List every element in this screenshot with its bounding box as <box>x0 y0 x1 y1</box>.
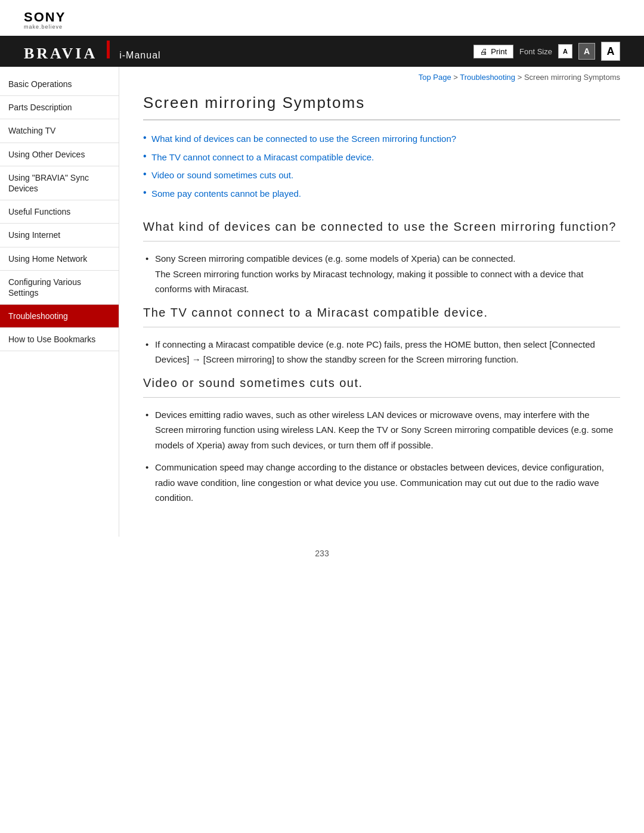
page-footer: 233 <box>0 537 644 570</box>
top-bar: SONY make.believe <box>0 0 644 36</box>
sidebar-item-useful-functions[interactable]: Useful Functions <box>0 200 119 224</box>
font-small-button[interactable]: A <box>558 44 572 58</box>
breadcrumb-current: Screen mirroring Symptoms <box>524 73 620 82</box>
bravia-imanual: i-Manual <box>119 50 160 61</box>
page-number: 233 <box>315 549 329 558</box>
list-item: The TV cannot connect to a Miracast comp… <box>143 151 620 165</box>
sidebar-item-home-network[interactable]: Using Home Network <box>0 247 119 271</box>
list-item: Some pay contents cannot be played. <box>143 187 620 201</box>
print-button[interactable]: 🖨 Print <box>473 45 513 58</box>
breadcrumb-top-page[interactable]: Top Page <box>419 73 451 82</box>
section3-bullet2: Communication speed may change according… <box>143 460 620 506</box>
main-layout: Basic Operations Parts Description Watch… <box>0 67 644 537</box>
sidebar-item-watching-tv[interactable]: Watching TV <box>0 119 119 143</box>
link-pay-contents[interactable]: Some pay contents cannot be played. <box>151 188 301 199</box>
bravia-controls: 🖨 Print Font Size A A A <box>473 42 620 61</box>
link-video-sound[interactable]: Video or sound sometimes cuts out. <box>151 170 293 180</box>
section2-bullet1: If connecting a Miracast compatible devi… <box>143 337 620 367</box>
font-medium-button[interactable]: A <box>578 43 595 60</box>
page-title: Screen mirroring Symptoms <box>143 94 620 120</box>
section2-heading: The TV cannot connect to a Miracast comp… <box>143 304 620 327</box>
breadcrumb-sep2: > <box>518 73 524 82</box>
list-item: What kind of devices can be connected to… <box>143 132 620 146</box>
bravia-red-bar <box>107 41 110 58</box>
sidebar-item-bravia-sync[interactable]: Using "BRAVIA" Sync Devices <box>0 166 119 200</box>
section3-bullet1: Devices emitting radio waves, such as ot… <box>143 407 620 453</box>
link-tv-cannot-connect[interactable]: The TV cannot connect to a Miracast comp… <box>151 152 374 162</box>
list-item: Video or sound sometimes cuts out. <box>143 169 620 182</box>
breadcrumb-troubleshooting[interactable]: Troubleshooting <box>460 73 515 82</box>
sidebar-item-parts-description[interactable]: Parts Description <box>0 96 119 119</box>
content-area: Top Page > Troubleshooting > Screen mirr… <box>119 67 644 537</box>
section1-bullet1: Sony Screen mirroring compatible devices… <box>143 251 620 297</box>
bravia-title: BRAVIA i-Manual <box>24 41 161 63</box>
sidebar-item-using-other-devices[interactable]: Using Other Devices <box>0 143 119 166</box>
link-devices-connected[interactable]: What kind of devices can be connected to… <box>151 134 456 144</box>
sidebar-item-bookmarks[interactable]: How to Use Bookmarks <box>0 328 119 351</box>
print-icon: 🖨 <box>480 47 488 56</box>
sidebar-item-troubleshooting[interactable]: Troubleshooting <box>0 305 119 328</box>
font-size-label: Font Size <box>519 47 552 56</box>
sidebar-item-using-internet[interactable]: Using Internet <box>0 224 119 247</box>
breadcrumb: Top Page > Troubleshooting > Screen mirr… <box>143 73 620 82</box>
sony-logo: SONY make.believe <box>24 11 620 30</box>
link-list: What kind of devices can be connected to… <box>143 132 620 200</box>
sidebar-item-basic-operations[interactable]: Basic Operations <box>0 73 119 96</box>
breadcrumb-sep1: > <box>453 73 460 82</box>
section1-heading: What kind of devices can be connected to… <box>143 218 620 241</box>
font-large-button[interactable]: A <box>601 42 620 61</box>
bravia-bar: BRAVIA i-Manual 🖨 Print Font Size A A A <box>0 36 644 67</box>
sidebar: Basic Operations Parts Description Watch… <box>0 67 119 537</box>
sidebar-item-configuring-settings[interactable]: Configuring Various Settings <box>0 271 119 305</box>
section3-heading: Video or sound sometimes cuts out. <box>143 374 620 398</box>
bravia-word: BRAVIA <box>24 45 97 63</box>
